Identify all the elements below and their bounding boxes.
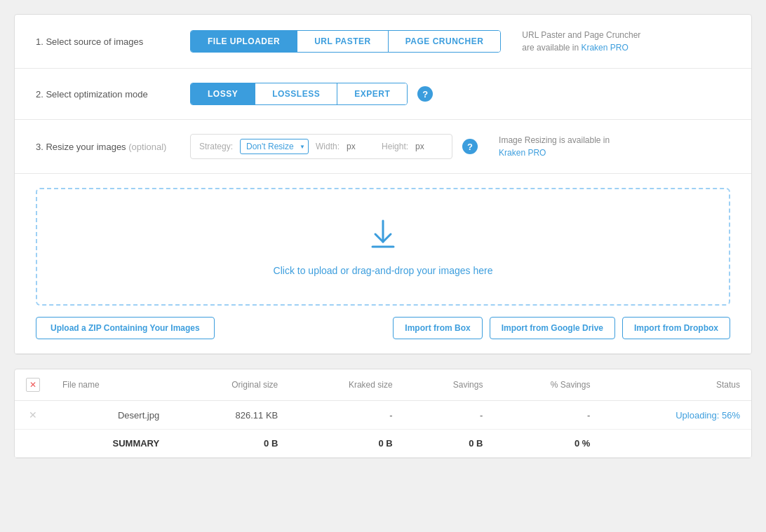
summary-row: SUMMARY 0 B 0 B 0 B 0 % (15, 430, 751, 458)
step1-note: URL Paster and Page Cruncher are availab… (522, 29, 640, 54)
width-label: Width: (316, 142, 340, 151)
upload-dropzone[interactable]: Click to upload or drag-and-drop your im… (36, 188, 730, 306)
step1-label: 1. Select source of images (36, 36, 190, 47)
page-cruncher-btn[interactable]: PAGE CRUNCHER (389, 31, 501, 52)
lossless-btn[interactable]: LOSSLESS (255, 83, 337, 104)
step3-section: 3. Resize your images (optional) Strateg… (15, 120, 751, 174)
step3-label: 3. Resize your images (optional) (36, 142, 190, 152)
strategy-select[interactable]: Don't Resize (240, 139, 309, 154)
row-original-size: 826.11 KB (170, 401, 289, 430)
select-all-checkbox[interactable]: ✕ (26, 378, 40, 392)
summary-kraked-size: 0 B (289, 430, 403, 458)
filename-header: File name (51, 369, 170, 401)
upload-actions: Upload a ZIP Containing Your Images Impo… (36, 317, 730, 339)
file-uploader-btn[interactable]: FILE UPLOADER (191, 31, 297, 52)
original-size-header: Original size (170, 369, 289, 401)
table-header-row: ✕ File name Original size Kraked size Sa… (15, 369, 751, 401)
savings-header: Savings (404, 369, 495, 401)
summary-label: SUMMARY (51, 430, 170, 458)
kraken-pro-link-1[interactable]: Kraken PRO (581, 43, 628, 53)
row-kraked-size: - (289, 401, 403, 430)
results-table: ✕ File name Original size Kraked size Sa… (15, 369, 751, 458)
kraked-size-header: Kraked size (289, 369, 403, 401)
resize-controls: Strategy: Don't Resize Width: Height: (190, 134, 452, 159)
dropbox-import-btn[interactable]: Import from Dropbox (622, 317, 730, 339)
kraken-pro-link-2[interactable]: Kraken PRO (499, 148, 546, 158)
url-paster-btn[interactable]: URL PASTER (297, 31, 389, 52)
step3-note: Image Resizing is available in Kraken PR… (499, 134, 610, 159)
strategy-wrapper: Don't Resize (240, 139, 309, 154)
summary-savings: 0 B (404, 430, 495, 458)
optimization-btn-group: LOSSY LOSSLESS EXPERT (190, 83, 408, 105)
summary-pct-savings: 0 % (494, 430, 601, 458)
box-import-btn[interactable]: Import from Box (393, 317, 482, 339)
pct-savings-header: % Savings (494, 369, 601, 401)
expert-btn[interactable]: EXPERT (337, 83, 407, 104)
row-savings: - (404, 401, 495, 430)
summary-empty-icon (15, 430, 51, 458)
lossy-btn[interactable]: LOSSY (191, 83, 255, 104)
summary-status (601, 430, 751, 458)
row-status: Uploading: 56% (601, 401, 751, 430)
strategy-label: Strategy: (199, 142, 233, 151)
row-pct-savings: - (494, 401, 601, 430)
status-header: Status (601, 369, 751, 401)
zip-upload-btn[interactable]: Upload a ZIP Containing Your Images (36, 317, 215, 339)
resize-help-icon[interactable]: ? (462, 139, 478, 154)
height-input[interactable] (415, 142, 443, 151)
source-btn-group: FILE UPLOADER URL PASTER PAGE CRUNCHER (190, 30, 501, 53)
row-filename: Desert.jpg (51, 401, 170, 430)
step1-section: 1. Select source of images FILE UPLOADER… (15, 15, 751, 69)
summary-original-size: 0 B (170, 430, 289, 458)
select-all-header[interactable]: ✕ (15, 369, 51, 401)
upload-zone-text: Click to upload or drag-and-drop your im… (51, 265, 715, 276)
drive-import-btn[interactable]: Import from Google Drive (490, 317, 615, 339)
step2-label: 2. Select optimization mode (36, 89, 190, 100)
upload-section: Click to upload or drag-and-drop your im… (15, 174, 751, 354)
row-remove-icon[interactable]: ✕ (15, 401, 51, 430)
results-table-wrapper: ✕ File name Original size Kraked size Sa… (14, 369, 752, 458)
table-row: ✕ Desert.jpg 826.11 KB - - - Uploading: … (15, 401, 751, 430)
step2-section: 2. Select optimization mode LOSSY LOSSLE… (15, 69, 751, 120)
width-input[interactable] (347, 142, 375, 151)
optimization-help-icon[interactable]: ? (417, 86, 433, 102)
upload-icon (51, 217, 715, 257)
height-label: Height: (382, 142, 408, 151)
